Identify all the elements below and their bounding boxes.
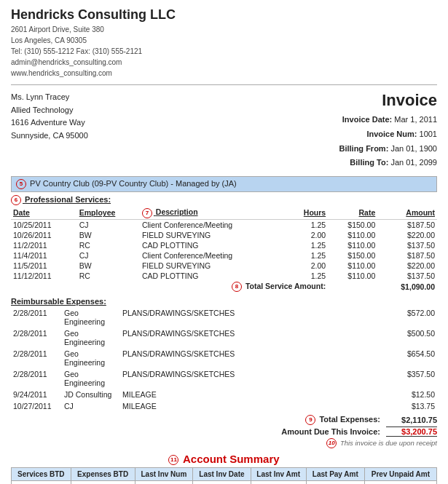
- account-summary-cell: 10/31/2011: [193, 480, 251, 484]
- services-row: 11/12/2011 RC CAD PLOTTING 1.25 $110.00 …: [11, 271, 437, 281]
- billing-to-label: Billing To:: [350, 158, 388, 167]
- expense-employee: GeoEngineering: [62, 368, 120, 389]
- invoice-num-row: Invoice Num: 1001: [339, 127, 437, 142]
- col-hours: Hours: [287, 207, 328, 219]
- expenses-table: 2/28/2011 GeoEngineering PLANS/DRAWINGS/…: [11, 307, 437, 412]
- expense-description: MILEAGE: [120, 400, 386, 412]
- col-amount: Amount: [377, 207, 437, 219]
- account-summary-header-row: Services BTDExpenses BTDLast Inv NumLast…: [12, 467, 437, 480]
- company-address1: 2601 Airport Drive, Suite 380: [11, 24, 437, 35]
- service-amount: $220.00: [377, 261, 437, 271]
- service-rate: $110.00: [328, 230, 377, 240]
- service-rate: $110.00: [328, 240, 377, 250]
- service-amount: $187.50: [377, 250, 437, 261]
- expense-amount: $12.50: [386, 389, 437, 400]
- service-employee: BW: [77, 261, 140, 271]
- company-email: admin@hendricks_consulting.com: [11, 57, 437, 68]
- service-hours: 1.25: [287, 250, 328, 261]
- service-hours: 2.00: [287, 230, 328, 240]
- invoice-details: Invoice Date: Mar 1, 2011 Invoice Num: 1…: [339, 113, 437, 170]
- billing-to-row: Billing To: Jan 01, 2099: [339, 156, 437, 170]
- services-table: Date Employee 7 Description Hours Rate A…: [11, 207, 437, 292]
- billing-from-row: Billing From: Jan 01, 1900: [339, 142, 437, 156]
- expense-description: MILEAGE: [120, 389, 386, 400]
- expense-date: 9/24/2011: [11, 389, 62, 400]
- expense-date: 2/28/2011: [11, 307, 62, 328]
- company-name: Hendricks Consulting LLC: [11, 7, 437, 23]
- expenses-row: 2/28/2011 GeoEngineering PLANS/DRAWINGS/…: [11, 328, 437, 348]
- service-employee: RC: [77, 271, 140, 281]
- total-service-row: 8 Total Service Amount: $1,090.00: [11, 281, 437, 293]
- service-employee: CJ: [77, 250, 140, 261]
- service-description: FIELD SURVEYING: [140, 261, 287, 271]
- expense-employee: CJ: [62, 400, 120, 412]
- account-summary-cell: $ 25,833.75: [12, 480, 71, 484]
- amount-due-invoice-label: Amount Due This Invoice:: [281, 427, 380, 436]
- reimbursable-label: Reimbursable Expenses:: [11, 297, 437, 306]
- col-rate: Rate: [328, 207, 377, 219]
- circle-11: 11: [168, 455, 178, 465]
- expense-employee: JD Consulting: [62, 389, 120, 400]
- expense-description: PLANS/DRAWINGS/SKETCHES: [120, 368, 386, 389]
- circle-6: 6: [11, 195, 21, 205]
- service-rate: $150.00: [328, 250, 377, 261]
- invoice-date-label: Invoice Date:: [342, 115, 392, 124]
- amount-due-invoice-row: Amount Due This Invoice: $3,200.75: [11, 427, 437, 437]
- expense-date: 2/28/2011: [11, 368, 62, 389]
- expenses-row: 2/28/2011 GeoEngineering PLANS/DRAWINGS/…: [11, 307, 437, 328]
- account-summary-cell: $ 49.45: [251, 480, 306, 484]
- expense-description: PLANS/DRAWINGS/SKETCHES: [120, 328, 386, 348]
- account-summary-col-header: Last Inv Date: [193, 467, 251, 480]
- account-summary-header: 11 Account Summary: [11, 453, 437, 465]
- due-note: 10 This invoice is due upon receipt: [11, 438, 437, 448]
- service-date: 11/2/2011: [11, 240, 77, 250]
- company-phone: Tel: (310) 555-1212 Fax: (310) 555-2121: [11, 46, 437, 57]
- expense-date: 10/27/2011: [11, 400, 62, 412]
- expense-description: PLANS/DRAWINGS/SKETCHES: [120, 307, 386, 328]
- expense-date: 2/28/2011: [11, 328, 62, 348]
- expense-employee: GeoEngineering: [62, 348, 120, 368]
- amount-due-invoice-value: $3,200.75: [386, 427, 437, 437]
- col-date: Date: [11, 207, 77, 219]
- service-description: Client Conference/Meeting: [140, 219, 287, 230]
- bill-to-address1: 1616 Adventure Way: [11, 116, 88, 130]
- total-expenses-label: Total Expenses:: [319, 415, 380, 424]
- circle-9: 9: [305, 415, 315, 425]
- service-description: CAD PLOTTING: [140, 271, 287, 281]
- account-summary-data-row: $ 25,833.75$ 2,160.20108810/31/2011$ 49.…: [12, 480, 437, 484]
- account-summary-col-header: Services BTD: [12, 467, 71, 480]
- service-date: 10/26/2011: [11, 230, 77, 240]
- total-expenses-row: 9 Total Expenses: $2,110.75: [11, 415, 437, 425]
- invoice-info-block: Invoice Invoice Date: Mar 1, 2011 Invoic…: [339, 91, 437, 170]
- service-hours: 1.25: [287, 219, 328, 230]
- expenses-row: 2/28/2011 GeoEngineering PLANS/DRAWINGS/…: [11, 348, 437, 368]
- circle-8: 8: [232, 282, 242, 292]
- service-amount: $137.50: [377, 271, 437, 281]
- circle-5: 5: [16, 179, 26, 189]
- service-amount: $137.50: [377, 240, 437, 250]
- expenses-section: Reimbursable Expenses: 2/28/2011 GeoEngi…: [11, 297, 437, 412]
- col-description: 7 Description: [140, 207, 287, 219]
- service-date: 11/5/2011: [11, 261, 77, 271]
- account-summary-col-header: Last Pay Amt: [306, 467, 364, 480]
- company-header: Hendricks Consulting LLC 2601 Airport Dr…: [11, 7, 437, 79]
- company-website: www.hendricks_consulting.com: [11, 68, 437, 79]
- account-summary-table: Services BTDExpenses BTDLast Inv NumLast…: [11, 467, 437, 484]
- service-date: 11/4/2011: [11, 250, 77, 261]
- expense-amount: $13.75: [386, 400, 437, 412]
- invoice-num-value: 1001: [420, 130, 437, 138]
- account-summary-col-header: Prev Unpaid Amt: [364, 467, 436, 480]
- service-rate: $110.00: [328, 271, 377, 281]
- expense-amount: $572.00: [386, 307, 437, 328]
- account-summary-col-header: Last Inv Amt: [251, 467, 306, 480]
- totals-area: 9 Total Expenses: $2,110.75 Amount Due T…: [11, 415, 437, 448]
- services-row: 10/25/2011 CJ Client Conference/Meeting …: [11, 219, 437, 230]
- services-row: 11/5/2011 BW FIELD SURVEYING 2.00 $110.0…: [11, 261, 437, 271]
- total-service-value: $1,090.00: [377, 281, 437, 293]
- bill-to-name: Ms. Lynn Tracey: [11, 91, 88, 104]
- circle-10: 10: [326, 438, 337, 448]
- service-rate: $110.00: [328, 261, 377, 271]
- invoice-date-value: Mar 1, 2011: [394, 115, 437, 124]
- expense-amount: $654.50: [386, 348, 437, 368]
- total-expenses-value: $2,110.75: [386, 416, 437, 424]
